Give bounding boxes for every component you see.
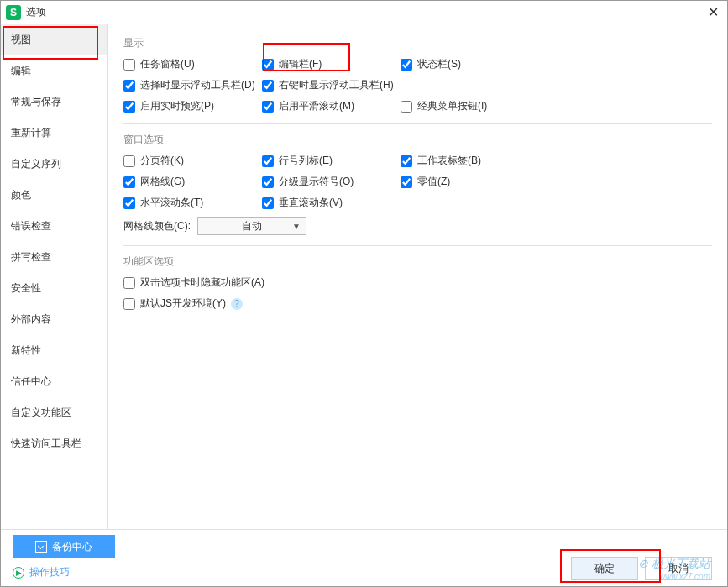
chk-vscroll[interactable]: 垂直滚动条(V) bbox=[262, 196, 401, 210]
section-display-title: 显示 bbox=[123, 36, 712, 50]
tips-link[interactable]: ▶ 操作技巧 bbox=[13, 565, 70, 579]
footer: 备份中心 ▶ 操作技巧 确定 取消 ⊘ 极光下载站 www.xz7.com bbox=[1, 529, 727, 586]
chk-rowcolhead[interactable]: 行号列标(E) bbox=[262, 154, 401, 168]
section-window-title: 窗口选项 bbox=[123, 133, 712, 147]
chk-hscroll-input[interactable] bbox=[123, 197, 135, 209]
chk-taskpane[interactable]: 任务窗格(U) bbox=[123, 57, 262, 71]
chk-pagebreak-input[interactable] bbox=[123, 155, 135, 167]
chk-sheettab[interactable]: 工作表标签(B) bbox=[401, 154, 539, 168]
chk-floatright[interactable]: 右键时显示浮动工具栏(H) bbox=[262, 78, 401, 92]
chk-outline[interactable]: 分级显示符号(O) bbox=[262, 175, 401, 189]
gridcolor-label: 网格线颜色(C): bbox=[123, 219, 191, 233]
chk-editbar-input[interactable] bbox=[262, 59, 274, 71]
sidebar-item-1[interactable]: 编辑 bbox=[1, 55, 107, 86]
chk-smoothscroll[interactable]: 启用平滑滚动(M) bbox=[262, 99, 401, 113]
chk-rowcolhead-input[interactable] bbox=[262, 155, 274, 167]
backup-icon bbox=[35, 541, 47, 553]
sidebar-item-2[interactable]: 常规与保存 bbox=[1, 86, 107, 118]
sidebar-item-10[interactable]: 新特性 bbox=[1, 335, 107, 366]
chk-floatselect[interactable]: 选择时显示浮动工具栏(D) bbox=[123, 78, 262, 92]
chk-jsdev[interactable]: 默认JS开发环境(Y)? bbox=[123, 296, 243, 311]
chk-outline-input[interactable] bbox=[262, 176, 274, 188]
backup-label: 备份中心 bbox=[52, 540, 92, 554]
window-title: 选项 bbox=[26, 5, 704, 19]
chk-jsdev-input[interactable] bbox=[123, 298, 135, 310]
chk-preview[interactable]: 启用实时预览(P) bbox=[123, 99, 262, 113]
help-icon[interactable]: ? bbox=[231, 298, 243, 310]
chk-classicmenu-input[interactable] bbox=[401, 101, 412, 113]
sidebar-item-9[interactable]: 外部内容 bbox=[1, 304, 107, 335]
chk-sheettab-input[interactable] bbox=[401, 155, 412, 167]
play-icon: ▶ bbox=[13, 567, 24, 579]
section-display: 显示 任务窗格(U) 编辑栏(F) 状态栏(S) 选择时显示浮动工具栏(D) 右… bbox=[123, 36, 712, 113]
gridcolor-dropdown[interactable]: 自动 ▼ bbox=[197, 217, 306, 235]
divider bbox=[123, 123, 712, 124]
chk-pagebreak[interactable]: 分页符(K) bbox=[123, 154, 262, 168]
chk-zero-input[interactable] bbox=[401, 176, 412, 188]
tips-label: 操作技巧 bbox=[29, 565, 70, 579]
chk-dblclick[interactable]: 双击选项卡时隐藏功能区(A) bbox=[123, 275, 264, 290]
chk-dblclick-input[interactable] bbox=[123, 277, 135, 289]
ok-button[interactable]: 确定 bbox=[571, 557, 638, 580]
chk-gridlines[interactable]: 网格线(G) bbox=[123, 175, 262, 189]
section-window: 窗口选项 分页符(K) 行号列标(E) 工作表标签(B) 网格线(G) 分级显示… bbox=[123, 133, 712, 235]
chk-zero[interactable]: 零值(Z) bbox=[401, 175, 539, 189]
chk-floatright-input[interactable] bbox=[262, 80, 274, 92]
chk-preview-input[interactable] bbox=[123, 101, 135, 113]
content-pane: 显示 任务窗格(U) 编辑栏(F) 状态栏(S) 选择时显示浮动工具栏(D) 右… bbox=[108, 24, 727, 530]
chk-editbar[interactable]: 编辑栏(F) bbox=[262, 57, 401, 71]
sidebar-item-12[interactable]: 自定义功能区 bbox=[1, 397, 107, 428]
chk-statusbar-input[interactable] bbox=[401, 59, 412, 71]
chk-hscroll[interactable]: 水平滚动条(T) bbox=[123, 196, 262, 210]
titlebar: S 选项 ✕ bbox=[1, 1, 727, 24]
sidebar-item-6[interactable]: 错误检查 bbox=[1, 211, 107, 242]
chk-smoothscroll-input[interactable] bbox=[262, 101, 274, 113]
gridcolor-value: 自动 bbox=[242, 219, 262, 233]
backup-button[interactable]: 备份中心 bbox=[13, 535, 115, 558]
section-ribbon-title: 功能区选项 bbox=[123, 254, 712, 269]
close-button[interactable]: ✕ bbox=[704, 4, 722, 20]
chk-classicmenu[interactable]: 经典菜单按钮(I) bbox=[401, 99, 539, 113]
sidebar-item-0[interactable]: 视图 bbox=[1, 24, 107, 55]
divider bbox=[123, 245, 712, 246]
sidebar-item-8[interactable]: 安全性 bbox=[1, 273, 107, 304]
chk-gridlines-input[interactable] bbox=[123, 176, 135, 188]
sidebar-item-5[interactable]: 颜色 bbox=[1, 180, 107, 211]
sidebar: 视图编辑常规与保存重新计算自定义序列颜色错误检查拼写检查安全性外部内容新特性信任… bbox=[1, 24, 108, 530]
chk-floatselect-input[interactable] bbox=[123, 80, 135, 92]
sidebar-item-7[interactable]: 拼写检查 bbox=[1, 242, 107, 273]
sidebar-item-11[interactable]: 信任中心 bbox=[1, 366, 107, 397]
section-ribbon: 功能区选项 双击选项卡时隐藏功能区(A) 默认JS开发环境(Y)? bbox=[123, 254, 712, 311]
sidebar-item-4[interactable]: 自定义序列 bbox=[1, 149, 107, 180]
chk-statusbar[interactable]: 状态栏(S) bbox=[401, 57, 539, 71]
chevron-down-icon: ▼ bbox=[292, 222, 301, 231]
cancel-button[interactable]: 取消 bbox=[645, 557, 712, 580]
sidebar-item-3[interactable]: 重新计算 bbox=[1, 118, 107, 149]
app-icon: S bbox=[6, 5, 21, 20]
sidebar-item-13[interactable]: 快速访问工具栏 bbox=[1, 428, 107, 459]
chk-taskpane-input[interactable] bbox=[123, 59, 135, 71]
chk-vscroll-input[interactable] bbox=[262, 197, 274, 209]
